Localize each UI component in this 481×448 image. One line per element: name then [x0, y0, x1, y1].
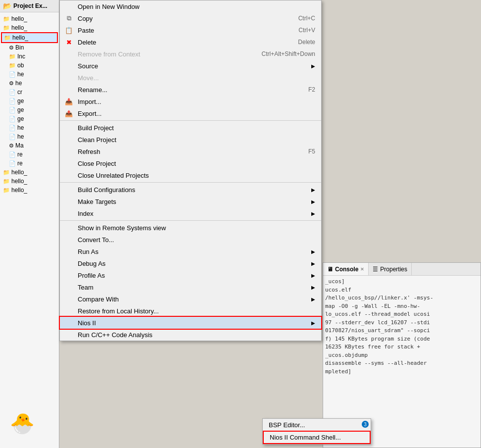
tree-item-label: cr: [17, 89, 22, 96]
menu-label: Clean Project: [78, 136, 315, 144]
submenu-item-nios2-command-shell[interactable]: Nios II Command Shell...: [263, 431, 371, 444]
menu-item-profile-as[interactable]: Profile As▶: [60, 269, 321, 281]
menu-item-copy[interactable]: ⧉CopyCtrl+C: [60, 12, 321, 24]
menu-label: Open in New Window: [78, 3, 315, 10]
menu-separator: [60, 220, 321, 221]
console-close-icon[interactable]: ✕: [360, 267, 364, 272]
menu-label: Build Project: [78, 124, 315, 132]
tree-item[interactable]: 📄re: [1, 159, 58, 168]
tree-item[interactable]: 📁hello_: [1, 177, 58, 186]
submenu-item-bsp-editor[interactable]: BSP Editor...3: [263, 419, 371, 431]
console-line: mpleted]: [325, 368, 479, 376]
tree-item[interactable]: 📄ge: [1, 114, 58, 123]
tree-item[interactable]: 📁hello_: [1, 23, 58, 32]
tree-item-label: hello_: [11, 24, 27, 31]
menu-item-nios2[interactable]: Nios II▶: [60, 317, 321, 329]
menu-arrow-icon: ▶: [311, 211, 315, 216]
tree-item[interactable]: 📄ge: [1, 97, 58, 105]
tree-item-icon: ⚙: [9, 80, 14, 87]
tree-item[interactable]: 📁ob: [1, 61, 58, 70]
project-explorer-header: 📂 Project Ex...: [0, 0, 59, 12]
tree-item[interactable]: 📁hello_: [1, 14, 58, 23]
tree-item[interactable]: 📄cr: [1, 88, 58, 97]
context-menu: Open in New Window⧉CopyCtrl+C📋PasteCtrl+…: [59, 0, 322, 341]
menu-item-run-cpp[interactable]: Run C/C++ Code Analysis: [60, 329, 321, 341]
tree-item[interactable]: 📄he: [1, 132, 58, 141]
menu-label: Paste: [78, 27, 289, 34]
properties-tab-label: Properties: [380, 266, 407, 273]
menu-item-import[interactable]: 📥Import...: [60, 96, 321, 107]
menu-label: Close Unrelated Projects: [78, 172, 315, 179]
tree-item[interactable]: 📁Inc: [1, 52, 58, 61]
tree-item-label: ge: [17, 106, 24, 113]
nios2-submenu: BSP Editor...3Nios II Command Shell...: [262, 418, 371, 445]
menu-shortcut: Ctrl+V: [298, 27, 315, 34]
console-line: map -O0 -g -Wall -EL -mno-hw-: [325, 302, 479, 311]
menu-label: Run C/C++ Code Analysis: [78, 331, 315, 339]
tree-item[interactable]: 📄re: [1, 150, 58, 159]
tree-item-label: he: [17, 71, 24, 78]
properties-tab[interactable]: ☰ Properties: [369, 263, 412, 275]
menu-item-paste[interactable]: 📋PasteCtrl+V: [60, 24, 321, 36]
menu-label: Copy: [78, 15, 289, 22]
menu-label: Index: [78, 210, 307, 217]
tree-item-icon: ⚙: [9, 143, 14, 149]
menu-item-delete[interactable]: ✖DeleteDelete: [60, 36, 321, 48]
console-tab-label: Console: [335, 266, 358, 273]
menu-label: Move...: [78, 74, 315, 82]
menu-label: Import...: [78, 98, 315, 105]
console-tab[interactable]: 🖥 Console ✕: [323, 263, 369, 275]
menu-item-build-configurations[interactable]: Build Configurations▶: [60, 184, 321, 196]
menu-item-debug-as[interactable]: Debug As▶: [60, 257, 321, 269]
menu-item-convert-to[interactable]: Convert To...: [60, 234, 321, 246]
menu-arrow-icon: ▶: [311, 320, 315, 326]
menu-item-compare-with[interactable]: Compare With▶: [60, 293, 321, 305]
menu-item-rename[interactable]: Rename...F2: [60, 84, 321, 96]
project-explorer: 📂 Project Ex... 📁hello_📁hello_📁hello_⚙Bi…: [0, 0, 59, 448]
tree-item[interactable]: 📄he: [1, 123, 58, 132]
menu-shortcut: Ctrl+C: [298, 15, 315, 22]
tree-item-label: Inc: [17, 53, 25, 60]
tree-item[interactable]: 📄ge: [1, 105, 58, 114]
tree-item[interactable]: ⚙Bin: [1, 43, 58, 52]
console-line: lo_ucos.elf --thread_model ucosi: [325, 310, 479, 319]
tree-item[interactable]: ⚙he: [1, 79, 58, 88]
menu-item-restore-from-local[interactable]: Restore from Local History...: [60, 305, 321, 317]
menu-label: Make Targets: [78, 198, 307, 205]
tree-item[interactable]: 📁hello_: [1, 186, 58, 195]
menu-item-index[interactable]: Index▶: [60, 207, 321, 219]
menu-item-export[interactable]: 📤Export...: [60, 107, 321, 119]
tree-item-label: re: [17, 160, 23, 167]
tree-item-icon: 📄: [9, 71, 16, 78]
menu-item-close-unrelated[interactable]: Close Unrelated Projects: [60, 169, 321, 181]
menu-label: Source: [78, 62, 307, 70]
menu-item-clean-project[interactable]: Clean Project: [60, 134, 321, 146]
tree-item[interactable]: 📁hello_: [1, 32, 58, 43]
menu-label: Export...: [78, 110, 315, 117]
tree-item-icon: 📁: [9, 53, 16, 60]
menu-shortcut: Ctrl+Alt+Shift+Down: [262, 50, 315, 57]
tree-item[interactable]: 📁hello_: [1, 168, 58, 177]
menu-item-show-remote[interactable]: Show in Remote Systems view: [60, 222, 321, 234]
menu-item-team[interactable]: Team▶: [60, 281, 321, 293]
tree-item-icon: 📁: [3, 178, 10, 185]
tree-item[interactable]: 📄he: [1, 70, 58, 79]
tree-item[interactable]: ⚙Ma: [1, 141, 58, 150]
tree-item-icon: 📄: [9, 151, 16, 158]
console-tabs: 🖥 Console ✕ ☰ Properties: [323, 263, 481, 276]
menu-item-close-project[interactable]: Close Project: [60, 157, 321, 169]
menu-icon-paste: 📋: [64, 25, 74, 35]
menu-label: Close Project: [78, 160, 315, 167]
tree-item-label: ge: [17, 115, 24, 122]
badge: 3: [362, 421, 369, 428]
menu-item-build-project[interactable]: Build Project: [60, 122, 321, 134]
menu-item-run-as[interactable]: Run As▶: [60, 246, 321, 257]
menu-item-refresh[interactable]: RefreshF5: [60, 146, 321, 157]
menu-item-remove-from-context: Remove from ContextCtrl+Alt+Shift+Down: [60, 48, 321, 60]
console-line: _ucos.objdump: [325, 351, 479, 360]
menu-item-make-targets[interactable]: Make Targets▶: [60, 196, 321, 207]
menu-label: Run As: [78, 248, 307, 255]
menu-item-open-new-window[interactable]: Open in New Window: [60, 0, 321, 12]
tree-item-icon: 📄: [9, 89, 16, 96]
menu-item-source[interactable]: Source▶: [60, 60, 321, 72]
